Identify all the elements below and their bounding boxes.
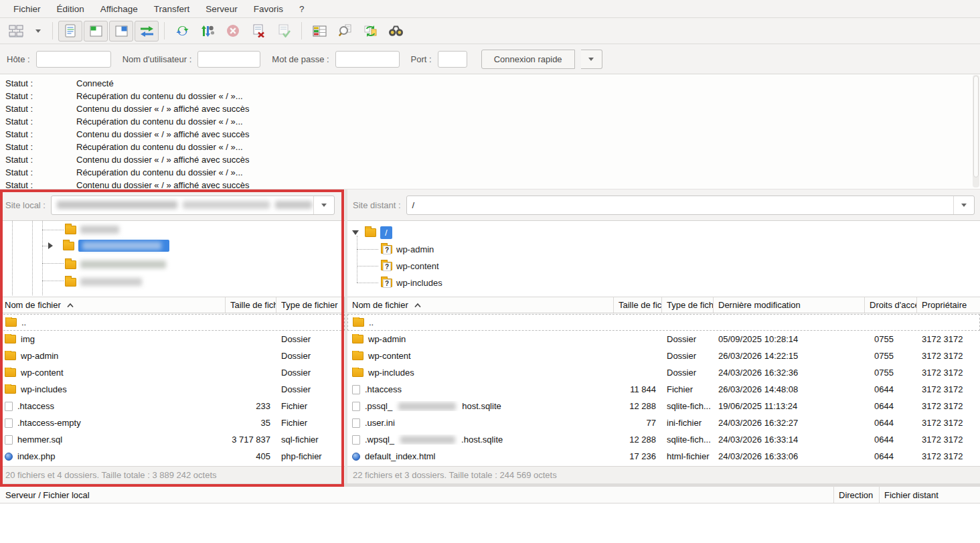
menu-help[interactable]: ?	[291, 0, 313, 18]
remote-row-parent[interactable]: ..	[347, 314, 980, 331]
refresh-button[interactable]	[170, 21, 194, 42]
remote-column-size[interactable]: Taille de fich	[614, 297, 662, 313]
local-status-bar: 20 fichiers et 4 dossiers. Taille totale…	[0, 466, 345, 483]
port-input[interactable]	[438, 51, 467, 68]
host-label: Hôte :	[7, 54, 30, 64]
local-tree-item-redacted[interactable]	[65, 224, 119, 236]
local-row-wp-admin[interactable]: wp-admin Dossier	[0, 347, 345, 364]
menu-affichage[interactable]: Affichage	[92, 0, 146, 18]
folder-icon	[5, 318, 17, 327]
queue-column-remote-file[interactable]: Fichier distant	[879, 487, 980, 503]
remote-tree-item-wp-includes[interactable]: ? wp-includes	[381, 277, 442, 289]
log-label: Statut :	[0, 102, 76, 115]
local-site-bar: Site local :	[0, 189, 345, 221]
log-line: Statut :Contenu du dossier « / » affiché…	[0, 179, 980, 189]
local-column-type[interactable]: Type de fichier	[276, 297, 345, 313]
toggle-remote-tree-button[interactable]	[109, 21, 133, 42]
remote-path-combobox[interactable]: /	[406, 196, 975, 215]
local-column-size[interactable]: Taille de fich	[226, 297, 276, 313]
remote-row-pssql-sqlite[interactable]: .pssql_host.sqlite 12 288 sqlite-fich...…	[347, 398, 980, 414]
remote-row-htaccess[interactable]: .htaccess 11 844 Fichier 26/03/2026 14:4…	[347, 381, 980, 398]
log-label: Statut :	[0, 179, 76, 189]
log-line: Statut :Contenu du dossier « / » affiché…	[0, 153, 980, 166]
log-scrollbar[interactable]	[973, 75, 979, 187]
site-manager-dropdown-button[interactable]	[29, 21, 47, 42]
quickconnect-bar: Hôte : Nom d'utilisateur : Mot de passe …	[0, 44, 980, 74]
local-row-img[interactable]: img Dossier	[0, 331, 345, 347]
queue-column-local-file[interactable]: Serveur / Fichier local	[0, 490, 833, 500]
remote-row-wp-content[interactable]: wp-content Dossier 26/03/2026 14:22:15 0…	[347, 347, 980, 364]
local-row-wp-content[interactable]: wp-content Dossier	[0, 364, 345, 381]
remote-column-type[interactable]: Type de fich	[662, 297, 714, 313]
local-column-name[interactable]: Nom de fichier	[0, 297, 226, 313]
local-tree-item-redacted[interactable]	[65, 258, 166, 270]
menu-fichier[interactable]: Fichier	[5, 0, 49, 18]
menu-serveur[interactable]: Serveur	[197, 0, 245, 18]
remote-row-wp-includes[interactable]: wp-includes Dossier 24/03/2026 16:32:36 …	[347, 364, 980, 381]
remote-row-wpsql-sqlite[interactable]: .wpsql_.host.sqlite 12 288 sqlite-fich..…	[347, 431, 980, 448]
local-directory-tree[interactable]	[0, 221, 345, 295]
tree-guide	[42, 263, 64, 264]
selected-highlight: /	[380, 226, 392, 239]
local-tree-icon	[90, 25, 102, 37]
toggle-local-tree-button[interactable]	[84, 21, 108, 42]
local-tree-item-selected-redacted[interactable]	[48, 240, 169, 252]
queue-column-direction[interactable]: Direction	[833, 487, 879, 503]
menu-edition[interactable]: Édition	[49, 0, 92, 18]
remote-column-name[interactable]: Nom de fichier	[347, 297, 614, 313]
tree-item-label: wp-admin	[396, 244, 434, 254]
cancel-button[interactable]	[221, 21, 245, 42]
log-scrollbar-thumb[interactable]	[973, 76, 979, 177]
remote-row-wp-admin[interactable]: wp-admin Dossier 05/09/2025 10:28:14 075…	[347, 331, 980, 347]
remote-panel: Site distant : / / ? wp-admin	[347, 189, 980, 487]
remote-column-modified[interactable]: Dernière modification	[714, 297, 865, 313]
toggle-transfer-queue-button[interactable]	[135, 21, 159, 42]
local-path-dropdown-button[interactable]	[313, 196, 334, 214]
local-row-htaccess-empty[interactable]: .htaccess-empty 35 Fichier	[0, 414, 345, 431]
remote-row-default-index-html[interactable]: default_index.html 17 236 html-fichier 2…	[347, 448, 980, 465]
quickconnect-button[interactable]: Connexion rapide	[481, 50, 575, 69]
local-row-index-php[interactable]: index.php 405 php-fichier	[0, 448, 345, 465]
remote-directory-tree[interactable]: / ? wp-admin ? wp-content ? wp-includes	[347, 221, 980, 295]
remote-tree-root[interactable]: /	[352, 226, 392, 238]
toggle-message-log-button[interactable]	[58, 21, 82, 42]
log-message: Récupération du contenu du dossier « / »…	[76, 141, 243, 153]
remote-column-permissions[interactable]: Droits d'accè	[865, 297, 917, 313]
find-files-button[interactable]	[384, 21, 408, 42]
disconnect-button[interactable]	[246, 21, 270, 42]
file-icon	[5, 418, 13, 428]
folder-icon	[65, 226, 76, 234]
log-label: Statut :	[0, 153, 76, 166]
log-message: Contenu du dossier « / » affiché avec su…	[76, 179, 249, 189]
remote-path-dropdown-button[interactable]	[953, 196, 974, 214]
username-input[interactable]	[197, 51, 260, 68]
column-label: Fichier distant	[884, 490, 938, 500]
file-search-button[interactable]	[333, 21, 357, 42]
remote-tree-item-wp-admin[interactable]: ? wp-admin	[381, 243, 434, 255]
menu-transfert[interactable]: Transfert	[146, 0, 198, 18]
remote-path-value: /	[407, 196, 953, 214]
site-manager-button[interactable]	[4, 21, 28, 42]
password-input[interactable]	[335, 51, 400, 68]
local-row-wp-includes[interactable]: wp-includes Dossier	[0, 381, 345, 398]
column-label: Taille de fich	[619, 300, 662, 310]
reconnect-button[interactable]	[272, 21, 296, 42]
local-path-combobox[interactable]	[51, 196, 335, 215]
local-tree-item-redacted[interactable]	[65, 276, 142, 288]
remote-tree-item-wp-content[interactable]: ? wp-content	[381, 260, 439, 272]
local-row-htaccess[interactable]: .htaccess 233 Fichier	[0, 398, 345, 414]
process-queue-button[interactable]	[195, 21, 220, 42]
directory-comparison-button[interactable]	[358, 21, 382, 42]
local-row-parent[interactable]: ..	[0, 314, 345, 331]
menu-favoris[interactable]: Favoris	[246, 0, 291, 18]
collapse-arrow-icon[interactable]	[352, 230, 359, 238]
folder-icon	[63, 242, 74, 250]
log-line: Statut :Récupération du contenu du dossi…	[0, 166, 980, 179]
host-input[interactable]	[36, 51, 111, 68]
expand-arrow-icon[interactable]	[48, 242, 56, 249]
quickconnect-dropdown-button[interactable]	[581, 50, 602, 69]
remote-row-user-ini[interactable]: .user.ini 77 ini-fichier 24/03/2026 16:3…	[347, 414, 980, 431]
filter-button[interactable]	[307, 21, 331, 42]
local-row-hemmer-sql[interactable]: hemmer.sql 3 717 837 sql-fichier	[0, 431, 345, 448]
remote-column-owner[interactable]: Propriétaire	[917, 297, 980, 313]
